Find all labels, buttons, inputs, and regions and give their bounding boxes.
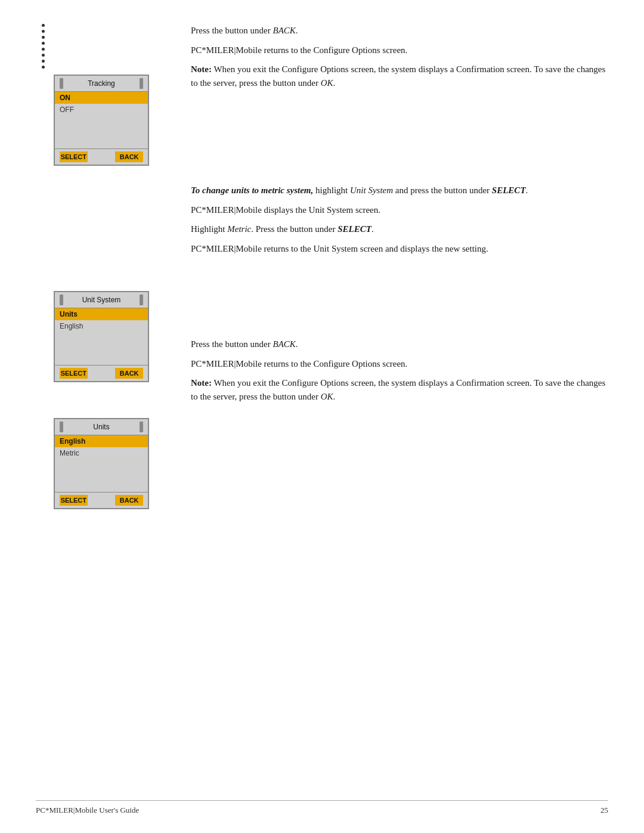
unit-system-italic: Unit System [350, 185, 393, 195]
unit-system-item-english: English [55, 320, 148, 332]
unit-system-select-btn[interactable]: SELECT [60, 368, 88, 379]
units-title-indicator-left [60, 422, 63, 432]
bullet-dot-4 [42, 42, 45, 45]
section2-after-text: Press the button under BACK. PC*MILER|Mo… [191, 337, 608, 403]
units-device-screen: Units English Metric SELECT BACK [54, 418, 149, 509]
title-indicator-right [140, 78, 143, 89]
tracking-title-text: Tracking [67, 79, 136, 88]
units-list: English Metric [55, 435, 148, 492]
bullet-dot-8 [42, 66, 45, 69]
metric-italic: Metric [227, 224, 251, 234]
units-footer: SELECT BACK [55, 492, 148, 508]
title-indicator-left [60, 78, 63, 89]
select-bold-italic-2: SELECT [338, 224, 371, 234]
unit-system-back-btn[interactable]: BACK [115, 368, 143, 379]
footer-left-text: PC*MILER|Mobile User's Guide [36, 806, 139, 815]
page-container: Tracking ON OFF SELECT BACK Press the bu… [0, 0, 644, 833]
units-select-btn[interactable]: SELECT [60, 495, 88, 506]
ok-italic-1: OK [321, 78, 333, 88]
units-back-btn[interactable]: BACK [115, 495, 143, 506]
bullet-dot-5 [42, 48, 45, 51]
tracking-item-on: ON [55, 92, 148, 104]
bullet-list [36, 24, 45, 69]
section2-row: Unit System Units English SELECT BACK [36, 184, 608, 509]
tracking-footer: SELECT BACK [55, 148, 148, 165]
footer-right-text: 25 [600, 806, 608, 815]
ok-italic-2: OK [321, 392, 333, 401]
unit-system-title-text: Unit System [67, 296, 136, 304]
tracking-title-bar: Tracking [55, 76, 148, 92]
section2-left: Unit System Units English SELECT BACK [36, 184, 167, 509]
bullet-dot-2 [42, 30, 45, 33]
units-title-indicator-right [140, 422, 143, 432]
unit-system-footer: SELECT BACK [55, 365, 148, 381]
bullet-dot-7 [42, 60, 45, 63]
bullet-dot-3 [42, 36, 45, 39]
unit-title-indicator-right [140, 295, 143, 305]
unit-system-item-units: Units [55, 308, 148, 320]
back-italic-1: BACK [273, 26, 295, 35]
section2-intro-text: To change units to metric system, highli… [191, 184, 608, 255]
select-bold-italic-1: SELECT [492, 185, 526, 195]
section1-left: Tracking ON OFF SELECT BACK [36, 24, 167, 166]
tracking-item-off: OFF [55, 104, 148, 116]
page-footer: PC*MILER|Mobile User's Guide 25 [36, 800, 608, 815]
units-title-bar: Units [55, 419, 148, 435]
to-change-units-text: To change units to metric system, [191, 185, 313, 195]
tracking-back-btn[interactable]: BACK [115, 151, 143, 162]
unit-system-title-bar: Unit System [55, 292, 148, 308]
note-label-2: Note: [191, 378, 212, 388]
note-label-1: Note: [191, 64, 212, 74]
bullet-dot-6 [42, 54, 45, 57]
tracking-select-btn[interactable]: SELECT [60, 151, 88, 162]
back-italic-2: BACK [273, 339, 295, 349]
units-title-text: Units [67, 423, 136, 431]
section1-text1: Press the button under BACK. PC*MILER|Mo… [191, 24, 608, 89]
unit-title-indicator-left [60, 295, 63, 305]
units-item-metric: Metric [55, 447, 148, 459]
tracking-list: ON OFF [55, 92, 148, 148]
section2-right: To change units to metric system, highli… [167, 184, 608, 509]
unit-system-list: Units English [55, 308, 148, 365]
units-item-english: English [55, 435, 148, 447]
section1-right: Press the button under BACK. PC*MILER|Mo… [167, 24, 608, 100]
tracking-device-screen: Tracking ON OFF SELECT BACK [54, 75, 149, 166]
section1-row: Tracking ON OFF SELECT BACK Press the bu… [36, 24, 608, 166]
bullet-dot-1 [42, 24, 45, 27]
unit-system-device-screen: Unit System Units English SELECT BACK [54, 291, 149, 382]
